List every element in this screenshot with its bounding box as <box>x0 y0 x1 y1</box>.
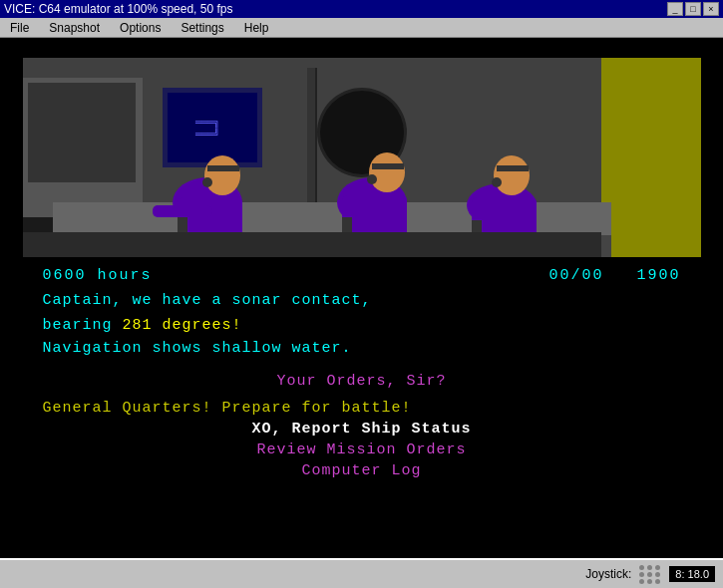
option-review-mission[interactable]: Review Mission Orders <box>43 441 681 458</box>
option-xo-report[interactable]: XO, Report Ship Status <box>43 421 681 438</box>
maximize-button[interactable]: □ <box>685 2 701 16</box>
svg-rect-29 <box>497 165 529 171</box>
title-bar-controls[interactable]: _ □ × <box>667 2 719 16</box>
svg-point-25 <box>367 174 377 184</box>
svg-rect-10 <box>315 68 317 217</box>
minimize-button[interactable]: _ <box>667 2 683 16</box>
svg-rect-9 <box>307 68 315 217</box>
title-bar: VICE: C64 emulator at 100% speed, 50 fps… <box>0 0 723 18</box>
svg-rect-34 <box>23 232 601 257</box>
menu-options[interactable]: Options <box>114 19 167 37</box>
menu-help[interactable]: Help <box>238 19 275 37</box>
status-line: 0600 hours 00/00 1900 <box>43 267 681 284</box>
menu-settings[interactable]: Settings <box>175 19 229 37</box>
svg-rect-2 <box>601 58 701 257</box>
fps-display: 8: 18.0 <box>669 566 715 582</box>
time-display: 0600 hours <box>43 267 153 284</box>
svg-rect-4 <box>28 83 136 182</box>
svg-text:═══╗: ═══╗ <box>193 117 218 129</box>
dot-2 <box>647 565 652 570</box>
text-display: 0600 hours 00/00 1900 Captain, we have a… <box>23 257 701 489</box>
contact-line1: Captain, we have a sonar contact, <box>43 290 681 311</box>
svg-point-17 <box>204 155 240 195</box>
option-general-quarters[interactable]: General Quarters! Prepare for battle! <box>43 400 681 417</box>
game-scene: ═══╗ ═══╝ <box>23 58 701 257</box>
status-bar: Joystick: 8: 18.0 <box>0 558 723 588</box>
svg-point-30 <box>492 177 502 187</box>
menu-snapshot[interactable]: Snapshot <box>43 19 106 37</box>
svg-point-19 <box>202 177 212 187</box>
joystick-indicator <box>639 565 661 584</box>
svg-rect-20 <box>153 205 212 217</box>
dot-6 <box>655 572 660 577</box>
svg-point-28 <box>494 155 530 195</box>
dot-4 <box>639 572 644 577</box>
joystick-label: Joystick: <box>585 567 631 581</box>
dot-8 <box>647 579 652 584</box>
date-display: 00/00 1900 <box>548 267 680 284</box>
orders-prompt: Your Orders, Sir? <box>43 373 681 390</box>
dot-5 <box>647 572 652 577</box>
svg-point-23 <box>369 152 405 192</box>
svg-rect-24 <box>372 163 404 169</box>
game-area: ═══╗ ═══╝ <box>0 38 723 558</box>
menu-bar: File Snapshot Options Settings Help <box>0 18 723 38</box>
dot-7 <box>639 579 644 584</box>
window-title: VICE: C64 emulator at 100% speed, 50 fps <box>4 2 232 16</box>
option-computer-log[interactable]: Computer Log <box>43 462 681 479</box>
emulator-window: ═══╗ ═══╝ <box>0 38 723 588</box>
svg-rect-6 <box>168 93 257 162</box>
svg-rect-18 <box>207 165 239 171</box>
contact-line2: bearing 281 degrees! <box>43 315 681 336</box>
menu-file[interactable]: File <box>4 19 35 37</box>
dot-9 <box>655 579 660 584</box>
dot-3 <box>655 565 660 570</box>
close-button[interactable]: × <box>703 2 719 16</box>
svg-text:═══╝: ═══╝ <box>193 128 218 140</box>
nav-line: Navigation shows shallow water. <box>43 340 681 357</box>
dot-1 <box>639 565 644 570</box>
